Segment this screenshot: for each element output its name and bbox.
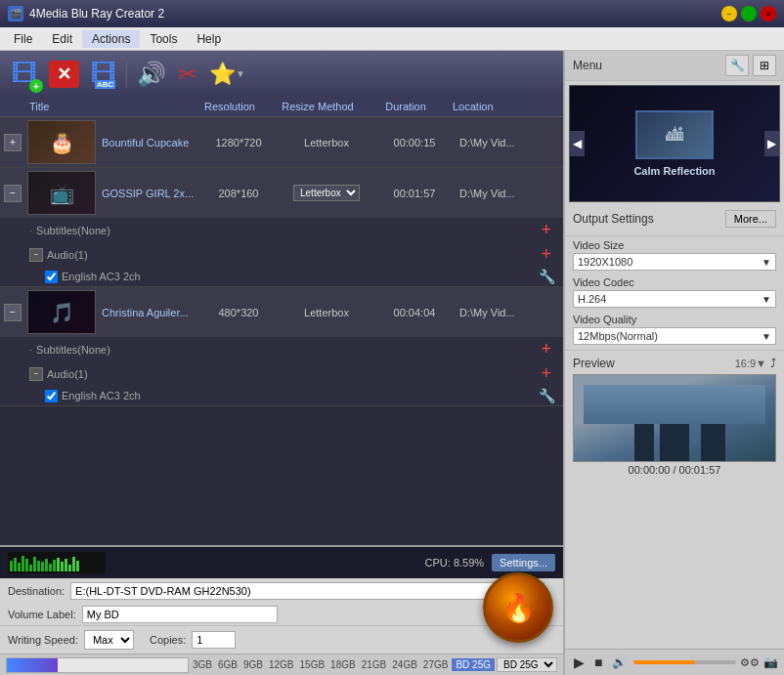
close-button[interactable]: ✕ xyxy=(761,6,776,21)
template-name: Calm Reflection xyxy=(633,165,715,177)
table-row: − 📺 GOSSIP GIRL 2x... 208*160 Letterbox … xyxy=(0,168,563,287)
copies-input[interactable] xyxy=(192,631,236,649)
cut-button[interactable]: ✂ xyxy=(176,59,199,90)
video-title: GOSSIP GIRL 2x... xyxy=(102,188,199,199)
menu-help[interactable]: Help xyxy=(187,30,231,48)
stop-button[interactable]: ■ xyxy=(591,654,605,671)
video-quality-value: 12Mbps(Normal) xyxy=(578,330,762,342)
video-size-dropdown[interactable]: ▼ xyxy=(762,257,771,268)
minimize-button[interactable]: − xyxy=(721,6,737,21)
video-resize: Letterbox xyxy=(278,137,375,148)
wrench-settings-icon[interactable]: 🔧 xyxy=(725,55,749,76)
copies-label: Copies: xyxy=(150,634,186,646)
video-quality-section: Video Quality 12Mbps(Normal) ▼ xyxy=(565,311,784,348)
preview-section: Preview 16:9▼ ⤴ 00:00:00 / 00:01:57 xyxy=(565,353,784,649)
add-subtitle-button[interactable]: + xyxy=(533,339,559,359)
expand-button[interactable]: − xyxy=(4,304,22,321)
subtitle-label: Subtitles(None) xyxy=(36,225,533,236)
video-size-section: Video Size 1920X1080 ▼ xyxy=(565,236,784,274)
audio-row: − Audio(1) + xyxy=(0,242,563,267)
video-size-value: 1920X1080 xyxy=(578,256,762,268)
header-title: Title xyxy=(0,101,191,112)
snapshot-button[interactable]: 📷 xyxy=(763,655,778,669)
storage-marker-8: 24GB xyxy=(392,659,417,670)
waveform-display xyxy=(8,552,106,573)
storage-marker-7: 21GB xyxy=(362,659,387,670)
audio-track-label: English AC3 2ch xyxy=(62,271,531,282)
video-quality-dropdown[interactable]: ▼ xyxy=(762,331,771,342)
video-thumbnail: 🎂 xyxy=(27,120,96,164)
app-icon: 🎬 xyxy=(8,6,23,21)
preview-time: 00:00:00 / 00:01:57 xyxy=(573,464,776,476)
preview-thumbnail xyxy=(573,374,776,462)
right-panel-header: Menu 🔧 ⊞ xyxy=(565,51,784,81)
burn-button[interactable]: 🔥 xyxy=(483,572,553,643)
expand-button[interactable]: − xyxy=(4,185,22,202)
settings-ctrl-button[interactable]: ⚙⚙ xyxy=(740,656,760,669)
right-panel-title: Menu xyxy=(573,59,725,72)
more-button[interactable]: More... xyxy=(725,210,776,228)
resize-select[interactable]: Letterbox Crop Stretch xyxy=(293,185,360,201)
wrench-icon[interactable]: 🔧 xyxy=(531,269,563,284)
menu-tools[interactable]: Tools xyxy=(140,30,187,48)
audio-label: Audio(1) xyxy=(47,368,533,380)
audio-track-checkbox[interactable] xyxy=(45,390,58,402)
expand-button[interactable]: + xyxy=(4,134,22,151)
storage-marker-2: 6GB xyxy=(218,659,238,670)
wrench-icon[interactable]: 🔧 xyxy=(531,388,563,403)
prev-template-button[interactable]: ◀ xyxy=(570,131,585,156)
header-resolution: Resolution xyxy=(191,101,269,112)
video-row-main[interactable]: − 📺 GOSSIP GIRL 2x... 208*160 Letterbox … xyxy=(0,168,563,218)
layout-icon[interactable]: ⊞ xyxy=(753,55,776,76)
settings-button[interactable]: Settings... xyxy=(492,554,555,571)
table-row: − 🎵 Christina Aguiler... 480*320 Letterb… xyxy=(0,287,563,406)
audio-expand-button[interactable]: − xyxy=(29,248,43,262)
window-controls: − ✕ xyxy=(721,6,776,21)
add-text-button[interactable]: 🎞 ABC xyxy=(89,57,118,91)
aspect-ratio[interactable]: 16:9▼ xyxy=(735,358,766,369)
video-row-main[interactable]: + 🎂 Bountiful Cupcake 1280*720 Letterbox… xyxy=(0,117,563,167)
video-resolution: 208*160 xyxy=(199,188,278,199)
maximize-button[interactable] xyxy=(741,6,757,21)
audio-expand-button[interactable]: − xyxy=(29,367,43,381)
preview-export-button[interactable]: ⤴ xyxy=(770,357,776,370)
left-panel: 🎞 + ✕ 🎞 ABC 🔊 ✂ xyxy=(0,51,564,675)
audio-track-row: English AC3 2ch 🔧 xyxy=(0,267,563,286)
video-location: D:\My Vid... xyxy=(454,307,563,318)
audio-track-row: English AC3 2ch 🔧 xyxy=(0,386,563,405)
storage-marker-4: 12GB xyxy=(269,659,294,670)
video-resize[interactable]: Letterbox Crop Stretch xyxy=(278,185,375,201)
video-thumbnail: 📺 xyxy=(27,171,96,215)
volume-button[interactable]: 🔊 xyxy=(609,654,630,670)
add-audio-track-button[interactable]: + xyxy=(533,244,559,265)
audio-track-checkbox[interactable] xyxy=(45,271,58,283)
video-resolution: 1280*720 xyxy=(199,137,278,148)
titlebar: 🎬 4Media Blu Ray Creator 2 − ✕ xyxy=(0,0,784,27)
menu-edit[interactable]: Edit xyxy=(42,30,82,48)
video-row-main[interactable]: − 🎵 Christina Aguiler... 480*320 Letterb… xyxy=(0,287,563,337)
subtitle-row: · Subtitles(None) + xyxy=(0,337,563,361)
video-size-label: Video Size xyxy=(573,239,776,251)
add-audio-button[interactable]: 🔊 xyxy=(135,59,168,90)
writing-speed-select[interactable]: Max 4x 8x xyxy=(84,630,134,650)
next-template-button[interactable]: ▶ xyxy=(764,131,779,156)
add-video-button[interactable]: 🎞 + xyxy=(10,57,39,91)
capacity-select[interactable]: BD 25G BD 50G xyxy=(497,657,557,672)
subtitle-label: Subtitles(None) xyxy=(36,344,533,356)
remove-video-button[interactable]: ✕ xyxy=(47,59,81,90)
add-subtitle-button[interactable]: + xyxy=(533,220,559,240)
table-body: + 🎂 Bountiful Cupcake 1280*720 Letterbox… xyxy=(0,117,563,545)
add-audio-track-button[interactable]: + xyxy=(533,363,559,384)
volume-input[interactable] xyxy=(82,606,278,623)
video-location: D:\My Vid... xyxy=(454,137,563,148)
video-codec-dropdown[interactable]: ▼ xyxy=(762,294,771,305)
destination-input[interactable] xyxy=(70,582,510,600)
play-button[interactable]: ▶ xyxy=(571,654,588,671)
menu-file[interactable]: File xyxy=(4,30,42,48)
audio-row: − Audio(1) + xyxy=(0,361,563,386)
video-duration: 00:04:04 xyxy=(375,307,454,318)
writing-speed-label: Writing Speed: xyxy=(8,634,78,646)
effects-button[interactable]: ⭐ ▼ xyxy=(207,60,247,89)
volume-slider[interactable] xyxy=(633,660,736,664)
menu-actions[interactable]: Actions xyxy=(82,30,140,48)
